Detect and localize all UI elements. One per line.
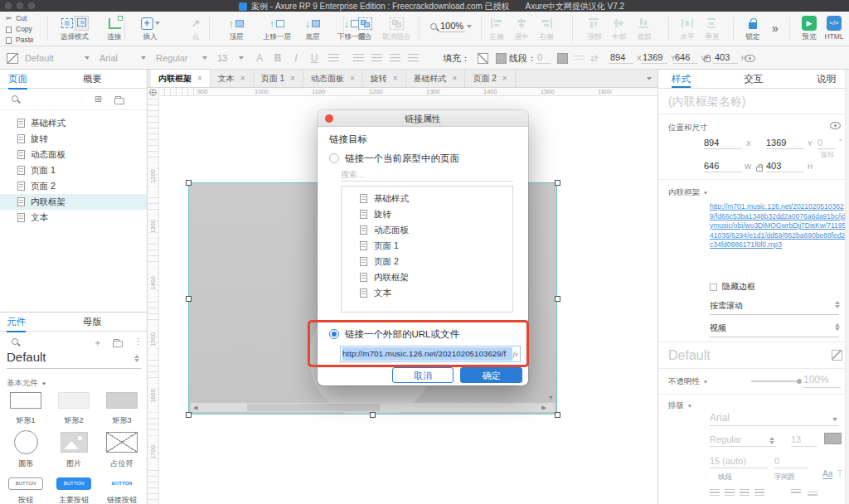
align-bottom-icon[interactable] bbox=[808, 492, 817, 497]
y-field[interactable]: 1369 bbox=[766, 138, 804, 149]
cancel-button[interactable]: 取消 bbox=[392, 367, 454, 383]
style-preset-select[interactable]: Default bbox=[25, 46, 90, 70]
font-family-select[interactable]: Arial bbox=[710, 412, 839, 426]
widget-rect2[interactable]: 矩形2 bbox=[50, 388, 98, 426]
scroll-right-icon[interactable]: ▶ bbox=[542, 403, 546, 412]
tab-pages[interactable]: 页面 bbox=[8, 73, 27, 90]
resize-handle-sw[interactable] bbox=[186, 412, 192, 418]
dialog-page-list[interactable]: 基础样式 旋转 动态面板 页面 1 bbox=[341, 186, 513, 313]
window-controls[interactable] bbox=[5, 2, 35, 9]
line-color-swatch[interactable] bbox=[557, 46, 568, 70]
visibility-toggle[interactable] bbox=[745, 46, 755, 70]
bold-button[interactable]: B bbox=[272, 46, 284, 70]
x-field[interactable]: 894 bbox=[704, 138, 742, 149]
close-icon[interactable]: × bbox=[502, 74, 507, 83]
align-text-left-icon[interactable] bbox=[710, 489, 720, 497]
scroll-mode-select[interactable]: 按需滚动 bbox=[710, 300, 839, 315]
underline-button[interactable]: U bbox=[308, 46, 320, 70]
tab-interactions[interactable]: 交互 bbox=[745, 73, 764, 88]
widget-primary-button[interactable]: BUTTON主要按钮 bbox=[50, 474, 98, 504]
insert-button[interactable]: + 插入 bbox=[131, 14, 169, 42]
dialog-page-item[interactable]: 页面 1 bbox=[342, 238, 512, 254]
opacity-value[interactable]: 100% bbox=[803, 374, 841, 388]
html-export-button[interactable]: </> HTML bbox=[821, 14, 847, 41]
tab-masters[interactable]: 母版 bbox=[83, 316, 102, 328]
typography-section-label[interactable]: 排版 bbox=[668, 400, 692, 411]
select-mode-button[interactable]: 选择模式 bbox=[51, 14, 98, 42]
document-tab[interactable]: 基础样式 × bbox=[406, 70, 466, 87]
document-tab[interactable]: 页面 2 × bbox=[465, 70, 515, 87]
h-field[interactable]: 403 bbox=[766, 161, 804, 172]
document-tab[interactable]: 动态面板 × bbox=[303, 70, 363, 87]
document-tab[interactable]: 旋转 × bbox=[363, 70, 406, 87]
line-width-field[interactable]: 0 bbox=[536, 46, 551, 70]
line-style-button[interactable] bbox=[574, 46, 585, 70]
zoom-control[interactable]: 100% bbox=[424, 20, 478, 33]
close-icon[interactable]: × bbox=[393, 74, 398, 83]
widget-image[interactable]: 图片 bbox=[50, 428, 98, 469]
library-stack-icon[interactable] bbox=[113, 341, 123, 347]
frame-url-link[interactable]: http://m701.music.126.net/20210205103629… bbox=[710, 202, 847, 250]
bring-forward-button[interactable]: ↑ 上移一层 bbox=[255, 14, 298, 42]
document-tab[interactable]: 文本 × bbox=[211, 70, 254, 87]
italic-button[interactable]: I bbox=[290, 46, 302, 70]
resize-handle-e[interactable] bbox=[555, 296, 560, 302]
opacity-section-label[interactable]: 不透明性 bbox=[668, 376, 708, 387]
page-tree-item[interactable]: 文本 bbox=[0, 210, 147, 225]
edit-style-icon[interactable] bbox=[832, 350, 842, 361]
frame-horizontal-scrollbar[interactable]: ◀ ▶ bbox=[191, 403, 555, 412]
ok-button[interactable]: 确定 bbox=[460, 367, 522, 383]
widget-placeholder[interactable]: 占位符 bbox=[98, 428, 146, 469]
connect-button[interactable]: 连接 bbox=[99, 14, 129, 42]
dialog-page-item[interactable]: 页面 2 bbox=[342, 254, 512, 269]
font-color-button[interactable]: A bbox=[254, 46, 265, 70]
y-field[interactable]: 1369Y bbox=[641, 46, 676, 70]
panel-scrollbar[interactable] bbox=[845, 70, 849, 504]
w-field[interactable]: 646W bbox=[673, 46, 708, 70]
add-page-icon[interactable]: ⊞ bbox=[95, 94, 102, 104]
style-preset-select[interactable]: Default bbox=[668, 348, 711, 363]
tab-outline[interactable]: 概要 bbox=[83, 73, 102, 85]
font-weight-select[interactable]: Regular bbox=[156, 46, 207, 70]
eye-icon[interactable] bbox=[830, 122, 841, 129]
widget-name-input[interactable] bbox=[668, 94, 839, 108]
add-library-icon[interactable]: ＋ bbox=[93, 337, 102, 349]
widget-circle[interactable]: 圆形 bbox=[2, 428, 50, 469]
more-tools-button[interactable]: » bbox=[766, 22, 784, 35]
page-search-input[interactable] bbox=[341, 170, 513, 182]
w-field[interactable]: 646 bbox=[704, 161, 742, 172]
more-options-icon[interactable]: ⋮ bbox=[134, 337, 143, 346]
ruler-origin-icon[interactable] bbox=[149, 89, 157, 96]
opacity-slider[interactable] bbox=[751, 380, 799, 382]
preview-button[interactable]: ▶ 预览 bbox=[794, 14, 824, 42]
h-field[interactable]: 403H bbox=[713, 46, 746, 70]
document-tab[interactable]: 页面 1 × bbox=[254, 70, 303, 87]
x-field[interactable]: 894X bbox=[609, 46, 642, 70]
close-icon[interactable]: × bbox=[240, 74, 245, 83]
wh-lock-toggle[interactable] bbox=[704, 46, 711, 70]
tab-widgets[interactable]: 元件 bbox=[7, 316, 26, 332]
widget-link-button[interactable]: BUTTON链接按钮 bbox=[98, 474, 146, 504]
fill-none-swatch[interactable] bbox=[478, 46, 488, 70]
close-icon[interactable]: × bbox=[453, 74, 458, 83]
close-icon[interactable]: × bbox=[350, 74, 355, 83]
font-color-swatch[interactable] bbox=[824, 433, 842, 444]
search-icon[interactable] bbox=[12, 95, 18, 102]
bullet-list-button[interactable] bbox=[328, 46, 339, 70]
widget-button[interactable]: BUTTON按钮 bbox=[2, 474, 50, 504]
fill-color-swatch[interactable] bbox=[496, 46, 507, 70]
search-icon[interactable] bbox=[12, 338, 18, 345]
send-to-back-button[interactable]: ↓ 底层 bbox=[295, 14, 330, 42]
slider-handle[interactable] bbox=[797, 379, 802, 384]
tab-list-icon[interactable] bbox=[647, 77, 652, 80]
font-size-field[interactable]: 13 bbox=[791, 434, 817, 447]
wh-lock-toggle[interactable] bbox=[756, 167, 763, 172]
page-tree-item[interactable]: 动态面板 bbox=[0, 147, 147, 162]
bring-to-front-button[interactable]: ↑ 顶层 bbox=[219, 14, 254, 42]
hide-border-checkbox[interactable]: 隐藏边框 bbox=[710, 281, 755, 293]
text-style-button[interactable]: T bbox=[837, 469, 842, 478]
page-tree-item[interactable]: 内联框架 bbox=[0, 194, 147, 210]
widget-rect1[interactable]: 矩形1 bbox=[2, 388, 50, 426]
dialog-page-item[interactable]: 内联框架 bbox=[342, 269, 512, 285]
align-text-justify-icon[interactable] bbox=[754, 489, 764, 497]
